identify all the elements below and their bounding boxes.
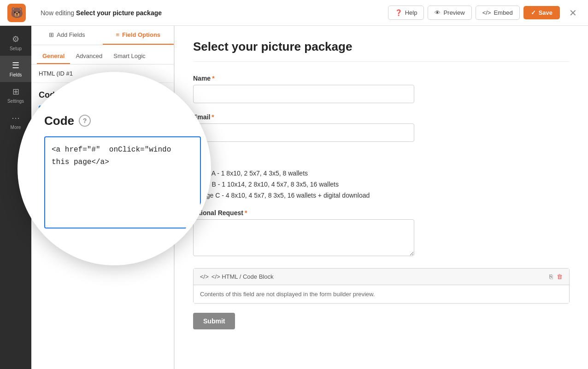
code-icon: </> [482,9,491,16]
tab-field-options-label: Field Options [122,31,160,38]
settings-icon: ⊞ [12,87,19,97]
fo-tab-smart-logic-label: Smart Logic [113,53,145,59]
editing-label: Now editing Select your picture package [41,9,382,17]
html-block-note: Contents of this field are not displayed… [200,291,375,298]
pkg-c-item: age C - 4 8x10, 4 5x7, 8 3x5, 16 wallets… [193,192,570,199]
email-input[interactable] [193,123,414,142]
logo-area: 🐻 [7,4,35,22]
sidebar-item-setup[interactable]: ⚙ Setup [0,29,31,56]
save-button[interactable]: ✓ Save [523,6,560,19]
html-block-actions: ⎘ 🗑 [549,273,563,280]
preview-label: Preview [443,9,465,16]
more-icon: ⋯ [12,113,20,123]
field-options-icon: ≡ [116,31,119,38]
check-icon: ✓ [531,9,536,16]
nd-field: nd [193,152,570,159]
right-panel: Select your picture package Name * Email… [174,26,588,369]
help-label: Help [405,9,417,16]
fo-tab-advanced[interactable]: Advanced [70,49,108,64]
help-button[interactable]: ❓ Help [388,6,424,20]
html-block-header: </> </> HTML / Code Block ⎘ 🗑 [194,269,569,285]
eye-icon: 👁 [435,9,441,16]
preview-button[interactable]: 👁 Preview [428,6,471,20]
submit-button[interactable]: Submit [193,313,235,329]
panel-tabs: ⊞ Add Fields ≡ Field Options [31,26,174,45]
pkg-c-label: age C - 4 8x10, 4 5x7, 8 3x5, 16 wallets… [203,192,370,199]
email-label: Email * [193,113,570,121]
main-layout: ⚙ Setup ☰ Fields ⊞ Settings ⋯ More ⊞ Add… [0,26,588,369]
name-input[interactable] [193,85,414,103]
html-code-icon: </> [200,273,209,280]
sidebar-label-fields: Fields [10,72,22,77]
additional-required-star: * [245,209,247,217]
additional-request-field: ditional Request * [193,209,570,258]
setup-icon: ⚙ [12,34,19,44]
help-icon: ❓ [395,9,402,16]
html-block-header-left: </> </> HTML / Code Block [200,273,273,280]
html-block-label: </> HTML / Code Block [212,273,274,280]
html-block-body: Contents of this field are not displayed… [194,285,569,303]
name-field: Name * [193,75,570,103]
fo-tab-general-label: General [42,53,65,59]
pkg-a-label: ge A - 1 8x10, 2 5x7, 4 3x5, 8 wallets [203,170,308,177]
close-button[interactable]: ✕ [565,6,581,20]
zoom-overlay: Code ? <a href="#" onClick="windo this p… [18,72,211,265]
email-required-star: * [212,113,214,121]
logo-bear: 🐻 [7,4,26,22]
submit-label: Submit [203,317,225,325]
embed-label: Embed [494,9,512,16]
name-label: Name * [193,75,570,82]
add-fields-icon: ⊞ [49,31,54,38]
name-label-text: Name [193,75,211,82]
fo-tab-general[interactable]: General [37,49,70,64]
field-name-text: HTML (ID #1 [39,70,73,77]
email-field: Email * [193,113,570,142]
zoom-help-circle[interactable]: ? [79,115,91,127]
html-block: </> </> HTML / Code Block ⎘ 🗑 Contents o… [193,268,570,304]
tab-field-options[interactable]: ≡ Field Options [103,26,174,45]
sidebar-label-more: More [11,125,21,130]
copy-icon[interactable]: ⎘ [549,273,553,280]
nd-label: nd [193,152,570,159]
sidebar-label-setup: Setup [10,46,22,51]
zoom-inner: Code ? <a href="#" onClick="windo this p… [21,76,207,262]
left-panel: ⊞ Add Fields ≡ Field Options General Adv… [31,26,174,369]
radio-group: ge A - 1 8x10, 2 5x7, 4 3x5, 8 wallets g… [193,170,570,199]
editing-prefix: Now editing [41,9,76,17]
sidebar-item-settings[interactable]: ⊞ Settings [0,82,31,108]
zoom-code-label: Code ? [44,114,194,128]
fo-tab-advanced-label: Advanced [76,53,102,59]
save-label: Save [539,9,553,16]
top-bar-actions: ❓ Help 👁 Preview </> Embed ✓ Save ✕ [388,6,581,20]
fields-icon: ☰ [12,60,19,70]
form-preview: Select your picture package Name * Email… [174,26,588,369]
sidebar-label-settings: Settings [7,99,24,104]
zoom-code-textarea[interactable]: <a href="#" onClick="windo this page</a> [44,136,201,228]
top-bar: 🐻 Now editing Select your picture packag… [0,0,588,26]
embed-button[interactable]: </> Embed [476,6,520,20]
fo-tab-smart-logic[interactable]: Smart Logic [108,49,151,64]
delete-icon[interactable]: 🗑 [557,273,563,280]
tab-add-fields[interactable]: ⊞ Add Fields [31,26,103,45]
editing-title: Select your picture package [76,9,162,17]
pkg-b-item: ge B - 1 10x14, 2 8x10, 4 5x7, 8 3x5, 16… [193,181,570,188]
pkg-b-label: ge B - 1 10x14, 2 8x10, 4 5x7, 8 3x5, 16… [203,181,339,188]
additional-request-label: ditional Request * [193,209,570,217]
field-options-tabs: General Advanced Smart Logic [31,45,174,64]
zoom-label-text: Code [44,114,74,128]
tab-add-fields-label: Add Fields [57,31,85,38]
additional-request-textarea[interactable] [193,219,414,256]
form-title: Select your picture package [193,40,570,62]
packages-field: ge A - 1 8x10, 2 5x7, 4 3x5, 8 wallets g… [193,170,570,199]
pkg-a-item: ge A - 1 8x10, 2 5x7, 4 3x5, 8 wallets [193,170,570,177]
name-required-star: * [212,75,214,82]
sidebar-item-fields[interactable]: ☰ Fields [0,56,31,82]
